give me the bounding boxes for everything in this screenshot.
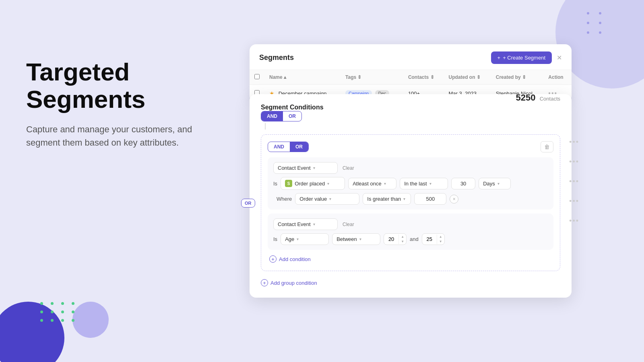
condition-group: AND OR 🗑 Contact Event ▾ Clear Is (261, 134, 560, 271)
top-and-button[interactable]: AND (261, 111, 283, 121)
connector-line (265, 123, 266, 130)
frequency-select[interactable]: Atleast once ▾ (348, 178, 396, 189)
chevron-down-icon-7: ▾ (403, 197, 405, 201)
trash-icon: 🗑 (544, 144, 550, 150)
clear-where-button[interactable]: × (450, 195, 458, 204)
close-icon-2: × (453, 196, 456, 202)
group-and-button[interactable]: AND (268, 142, 290, 152)
delete-group-button[interactable]: 🗑 (541, 141, 553, 152)
condition-row-1: Contact Event ▾ Clear Is S Order placed … (268, 157, 553, 210)
group-andor-toggle: AND OR (268, 142, 309, 152)
or-badge: OR (241, 199, 255, 208)
dots-menu-cond2[interactable]: ••• (569, 158, 579, 166)
age-max-value: 25 (422, 234, 437, 245)
chevron-down-icon: ▾ (313, 166, 315, 170)
contact-event-select-2[interactable]: Contact Event ▾ (273, 218, 338, 230)
condition-row-2: Contact Event ▾ Clear Is Age ▾ Between ▾ (268, 214, 553, 250)
contacts-col-header: Contacts ⇕ (408, 74, 434, 80)
shopify-icon: S (285, 180, 292, 187)
group-or-button[interactable]: OR (290, 142, 308, 152)
updated-col-header: Updated on ⇕ (449, 74, 481, 80)
top-andor-toggle: AND OR (261, 111, 302, 121)
clear-link-1[interactable]: Clear (343, 165, 354, 171)
age-max-decrement[interactable]: ▼ (437, 239, 444, 244)
age-max-increment[interactable]: ▲ (437, 234, 444, 239)
is-label-2: Is (273, 236, 277, 242)
top-andor-group: AND OR (261, 111, 560, 121)
conditions-top-row: Segment Conditions 5250 Contacts (261, 104, 560, 111)
order-placed-select[interactable]: S Order placed ▾ (281, 177, 345, 190)
condition-1-details-row: Is S Order placed ▾ Atleast once ▾ In th… (273, 177, 548, 190)
is-label-1: Is (273, 181, 277, 187)
segments-title: Segments (259, 53, 294, 62)
add-condition-row: + Add condition (269, 254, 553, 264)
plus-icon: + (497, 55, 501, 61)
condition-1-event-row: Contact Event ▾ Clear (273, 162, 548, 174)
create-segment-button[interactable]: + + Create Segment (491, 51, 552, 64)
action-col-header: Action (548, 74, 563, 80)
age-max-spinner-btns: ▲ ▼ (437, 234, 444, 244)
add-group-row: + Add group condition (261, 278, 560, 288)
age-max-spinner: 25 ▲ ▼ (422, 233, 445, 245)
chevron-down-icon-8: ▾ (313, 222, 315, 226)
age-select[interactable]: Age ▾ (281, 233, 329, 245)
add-condition-button[interactable]: + Add condition (269, 254, 311, 264)
panel-area: Segments + + Create Segment ✕ Name ▴ Tag… (250, 44, 572, 298)
bg-dots-top-right (587, 12, 604, 34)
and-label-between: and (410, 236, 419, 242)
bg-dots-bottom-left (40, 302, 76, 322)
chevron-down-icon-2: ▾ (327, 181, 329, 186)
where-label: Where (277, 196, 292, 202)
tags-col-header: Tags ⇕ (345, 74, 361, 80)
contact-event-select-1[interactable]: Contact Event ▾ (273, 162, 338, 174)
chevron-down-icon-3: ▾ (384, 181, 386, 186)
age-min-increment[interactable]: ▲ (399, 234, 406, 239)
add-group-button[interactable]: + Add group condition (261, 278, 317, 288)
age-min-value: 20 (384, 234, 398, 245)
time-value-input[interactable] (451, 178, 475, 189)
contacts-count-display: 5250 Contacts (516, 93, 560, 103)
add-group-icon: + (261, 279, 268, 286)
hero-title: Targeted Segments (26, 58, 203, 113)
dots-menu-cond5[interactable]: ••• (569, 217, 579, 225)
name-col-header: Name ▴ (269, 74, 286, 80)
top-or-button[interactable]: OR (283, 111, 301, 121)
conditions-title: Segment Conditions (261, 104, 324, 111)
age-min-decrement[interactable]: ▼ (399, 239, 406, 244)
conditions-card: Segment Conditions 5250 Contacts AND OR … (250, 94, 572, 298)
clear-link-2[interactable]: Clear (343, 222, 354, 227)
chevron-down-icon-9: ▾ (297, 237, 299, 241)
hero-section: Targeted Segments Capture and manage you… (26, 58, 203, 149)
chevron-down-icon-6: ▾ (329, 197, 331, 201)
age-min-spinner: 20 ▲ ▼ (384, 233, 407, 245)
dots-menu-cond3[interactable]: ••• (569, 177, 579, 186)
time-unit-select[interactable]: Days ▾ (479, 178, 511, 189)
chevron-down-icon-10: ▾ (359, 237, 361, 241)
bg-circle-bottom-left (72, 302, 109, 338)
or-label-outer: OR (241, 199, 255, 206)
dots-menu-cond4[interactable]: ••• (569, 197, 579, 206)
created-col-header: Created by ⇕ (496, 74, 526, 80)
order-value-select[interactable]: Order value ▾ (295, 193, 359, 205)
condition-2-event-row: Contact Event ▾ Clear (273, 218, 548, 230)
dots-menu-cond1[interactable]: ••• (569, 138, 579, 146)
greater-than-select[interactable]: Is greater than ▾ (363, 193, 411, 205)
add-condition-icon: + (269, 255, 277, 263)
time-period-select[interactable]: In the last ▾ (400, 178, 448, 189)
right-dots-col: ••• ••• ••• ••• ••• (569, 138, 579, 237)
hero-subtitle: Capture and manage your customers, and s… (26, 123, 203, 149)
segments-header: Segments + + Create Segment ✕ (250, 44, 572, 70)
between-select[interactable]: Between ▾ (332, 233, 380, 245)
chevron-down-icon-4: ▾ (429, 181, 431, 186)
age-min-spinner-btns: ▲ ▼ (398, 234, 406, 244)
condition-2-details-row: Is Age ▾ Between ▾ 20 ▲ ▼ (273, 233, 548, 245)
close-icon[interactable]: ✕ (557, 54, 562, 62)
condition-1-where-row: Where Order value ▾ Is greater than ▾ × (273, 193, 548, 205)
select-all-checkbox[interactable] (254, 74, 260, 79)
chevron-down-icon-5: ▾ (497, 181, 500, 186)
group-andor-row: AND OR 🗑 (268, 141, 553, 152)
where-value-input[interactable] (414, 193, 446, 205)
